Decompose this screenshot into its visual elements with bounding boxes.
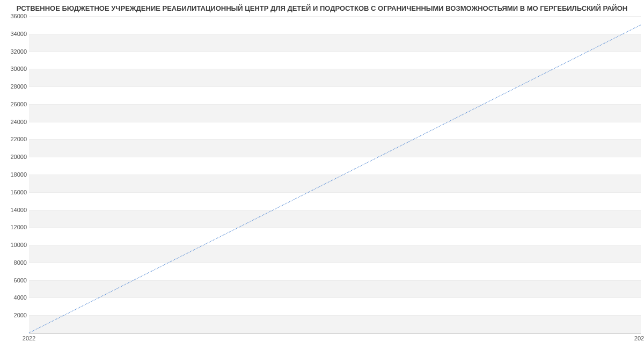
chart-title: РСТВЕННОЕ БЮДЖЕТНОЕ УЧРЕЖДЕНИЕ РЕАБИЛИТА… — [0, 4, 644, 12]
y-tick-label: 12000 — [4, 224, 27, 230]
y-tick-label: 34000 — [4, 31, 27, 37]
line-series — [29, 16, 641, 333]
y-tick-label: 32000 — [4, 48, 27, 55]
y-tick-label: 20000 — [4, 154, 27, 160]
y-tick-label: 16000 — [4, 189, 27, 195]
plot-area — [29, 16, 641, 333]
y-tick-label: 10000 — [4, 242, 27, 248]
y-tick-label: 30000 — [4, 66, 27, 72]
y-tick-label: 14000 — [4, 207, 27, 213]
y-tick-label: 2000 — [4, 312, 27, 318]
y-tick-label: 26000 — [4, 101, 27, 107]
y-tick-label: 8000 — [4, 259, 27, 266]
y-tick-label: 18000 — [4, 171, 27, 178]
y-tick-label: 4000 — [4, 294, 27, 301]
y-tick-label: 22000 — [4, 136, 27, 142]
y-tick-label: 6000 — [4, 277, 27, 283]
x-tick-label: 2024 — [634, 335, 644, 341]
y-tick-label: 36000 — [4, 13, 27, 19]
x-axis-line — [29, 333, 641, 333]
x-tick-label: 2022 — [23, 335, 35, 341]
y-tick-label: 24000 — [4, 119, 27, 125]
y-tick-label: 28000 — [4, 83, 27, 90]
